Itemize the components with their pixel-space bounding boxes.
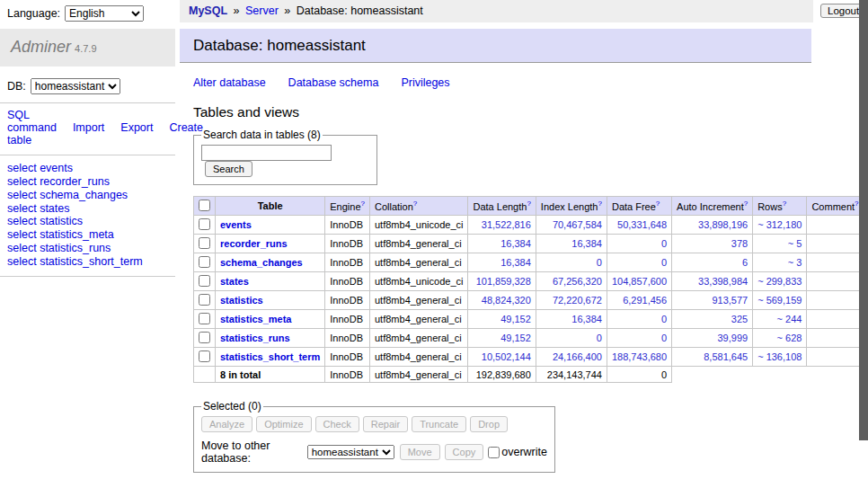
row-checkbox[interactable] (199, 350, 210, 362)
scrollbar-thumb[interactable] (859, 0, 868, 440)
collation-cell: utf8mb4_general_ci (370, 329, 468, 348)
table-link-statistics[interactable]: statistics (220, 295, 263, 306)
row-checkbox[interactable] (199, 294, 210, 306)
table-row: eventsInnoDButf8mb4_unicode_ci31,522,816… (194, 216, 864, 235)
repair-button[interactable]: Repair (363, 416, 408, 432)
comment-cell (807, 291, 864, 310)
row-checkbox[interactable] (199, 332, 210, 343)
table-row: statisticsInnoDButf8mb4_general_ci48,824… (194, 291, 864, 310)
database-link-database-schema[interactable]: Database schema (288, 76, 379, 89)
row-checkbox-cell (194, 272, 216, 291)
auto-increment-cell: 39,999 (672, 329, 753, 348)
total-index-length-cell: 234,143,744 (536, 367, 607, 383)
table-link-events[interactable]: events (220, 219, 252, 230)
move-button[interactable]: Move (400, 444, 440, 460)
move-label: Move to other database: (201, 439, 303, 465)
data-length-cell: 49,152 (468, 329, 536, 348)
data-length-cell: 10,502,144 (468, 348, 536, 367)
sidebar-action-sql-command[interactable]: SQL command (7, 109, 57, 134)
sidebar-item-select-recorder-runs[interactable]: select recorder_runs (7, 175, 168, 189)
column-header-collation: Collation? (370, 197, 468, 216)
table-link-states[interactable]: states (220, 276, 249, 287)
column-header-index-length: Index Length? (536, 197, 607, 216)
engine-cell: InnoDB (325, 272, 370, 291)
auto-increment-cell: 913,577 (672, 291, 753, 310)
auto-increment-cell: 6 (672, 253, 753, 272)
row-checkbox[interactable] (199, 313, 210, 324)
sidebar-item-select-statistics[interactable]: select statistics (7, 215, 168, 228)
db-select[interactable]: homeassistant (31, 78, 120, 94)
collation-cell: utf8mb4_general_ci (370, 253, 468, 272)
table-link-statistics-runs[interactable]: statistics_runs (220, 333, 290, 343)
database-link-alter-database[interactable]: Alter database (193, 76, 266, 89)
table-link-statistics-short-term[interactable]: statistics_short_term (220, 351, 320, 362)
breadcrumb-current: Database: homeassistant (297, 4, 423, 17)
drop-button[interactable]: Drop (470, 416, 508, 432)
help-link[interactable]: ? (656, 200, 660, 208)
column-header-comment: Comment? (807, 197, 864, 216)
table-link-schema-changes[interactable]: schema_changes (220, 257, 303, 268)
help-link[interactable]: ? (744, 200, 748, 208)
row-checkbox[interactable] (199, 218, 210, 230)
select-all-checkbox[interactable] (199, 200, 210, 211)
overwrite-checkbox[interactable] (488, 447, 500, 458)
sidebar-divider (0, 102, 175, 103)
table-link-statistics-meta[interactable]: statistics_meta (220, 314, 292, 324)
search-legend: Search data in tables (8) (201, 129, 323, 141)
comment-cell (807, 216, 864, 235)
help-link[interactable]: ? (361, 200, 365, 208)
column-header-table: Table (216, 197, 325, 216)
breadcrumb-server-link[interactable]: Server (245, 4, 279, 17)
sidebar-action-import[interactable]: Import (73, 121, 104, 134)
sidebar-item-select-events[interactable]: select events (7, 162, 168, 175)
help-link[interactable]: ? (413, 200, 417, 208)
rows-cell: ~ 569,159 (753, 291, 807, 310)
sidebar-item-select-states[interactable]: select states (7, 202, 168, 216)
optimize-button[interactable]: Optimize (256, 416, 311, 432)
sidebar-item-select-statistics-short-term[interactable]: select statistics_short_term (7, 255, 168, 269)
sidebar-item-select-schema-changes[interactable]: select schema_changes (7, 189, 168, 202)
row-checkbox[interactable] (199, 237, 210, 249)
breadcrumb-mysql-link[interactable]: MySQL (189, 4, 227, 17)
search-button[interactable]: Search (205, 161, 252, 177)
column-header-data-free: Data Free? (607, 197, 671, 216)
scrollbar-track[interactable] (859, 0, 868, 488)
row-checkbox-cell (194, 216, 216, 235)
total-engine-cell: InnoDB (325, 367, 370, 383)
row-checkbox[interactable] (199, 275, 210, 287)
index-length-cell: 16,384 (536, 235, 607, 253)
move-database-select[interactable]: homeassistant (307, 445, 394, 459)
total-collation-cell: utf8mb4_general_ci (370, 367, 468, 383)
db-label: DB: (7, 80, 26, 93)
move-row: Move to other database: homeassistant Mo… (201, 439, 547, 465)
comment-cell (807, 310, 864, 329)
check-button[interactable]: Check (315, 416, 359, 432)
language-label: Language: (7, 7, 60, 20)
breadcrumb-separator: » (284, 4, 290, 17)
sidebar-item-select-statistics-meta[interactable]: select statistics_meta (7, 228, 168, 242)
help-link[interactable]: ? (783, 200, 786, 208)
rows-cell: ~ 628 (753, 329, 807, 348)
rows-cell: ~ 299,833 (753, 272, 807, 291)
table-name-cell: states (216, 272, 325, 291)
table-row: schema_changesInnoDButf8mb4_general_ci16… (194, 253, 864, 272)
tables-table: TableEngine?Collation?Data Length?Index … (193, 196, 864, 383)
sidebar-item-select-statistics-runs[interactable]: select statistics_runs (7, 242, 168, 255)
table-link-recorder-runs[interactable]: recorder_runs (220, 238, 288, 249)
data-length-cell: 49,152 (468, 310, 536, 329)
sidebar-action-export[interactable]: Export (120, 121, 153, 134)
language-select[interactable]: English (65, 5, 144, 22)
help-link[interactable]: ? (527, 200, 530, 208)
rows-cell: ~ 5 (753, 235, 807, 253)
sidebar-table-links: select eventsselect recorder_runsselect … (0, 162, 175, 268)
database-link-privileges[interactable]: Privileges (401, 76, 449, 89)
analyze-button[interactable]: Analyze (201, 416, 252, 432)
help-link[interactable]: ? (598, 200, 601, 208)
help-link[interactable]: ? (855, 200, 858, 208)
search-input[interactable] (201, 145, 332, 161)
copy-button[interactable]: Copy (445, 444, 484, 460)
row-checkbox[interactable] (199, 256, 210, 268)
truncate-button[interactable]: Truncate (412, 416, 466, 432)
total-empty-cell (194, 367, 216, 383)
table-name-cell: events (216, 216, 325, 235)
